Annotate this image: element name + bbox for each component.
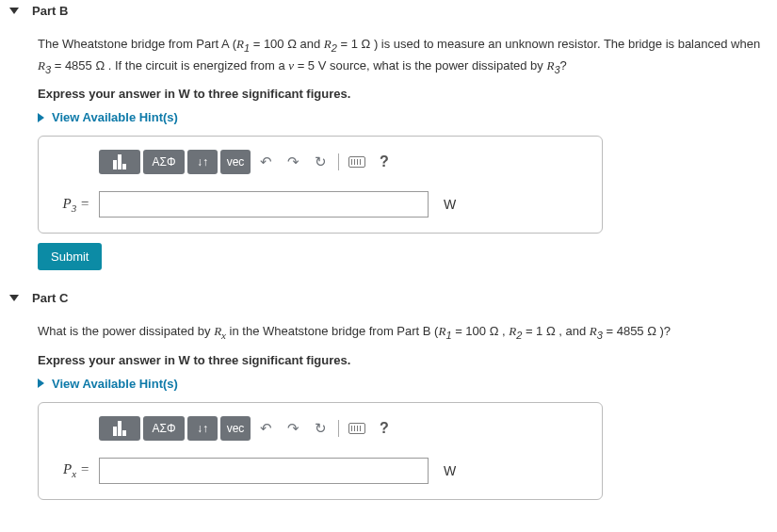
reset-button[interactable]: ↻ bbox=[308, 416, 332, 441]
part-c-body: What is the power dissipated by Rx in th… bbox=[0, 311, 777, 500]
redo-button[interactable]: ↷ bbox=[281, 150, 305, 174]
help-button[interactable]: ? bbox=[372, 416, 397, 441]
part-b-body: The Wheatstone bridge from Part A (R1 = … bbox=[0, 24, 777, 270]
caret-right-icon bbox=[38, 379, 44, 388]
part-b-title: Part B bbox=[32, 4, 68, 18]
part-c-instruction: Express your answer in W to three signif… bbox=[38, 353, 768, 367]
undo-button[interactable]: ↶ bbox=[253, 150, 278, 174]
part-b: Part B The Wheatstone bridge from Part A… bbox=[0, 0, 777, 270]
part-c-prompt: What is the power dissipated by Rx in th… bbox=[38, 322, 768, 344]
view-hints-c[interactable]: View Available Hint(s) bbox=[38, 377, 768, 391]
part-b-header[interactable]: Part B bbox=[0, 0, 777, 24]
keyboard-button[interactable] bbox=[345, 416, 369, 441]
view-hints-label: View Available Hint(s) bbox=[52, 110, 178, 124]
view-hints-label: View Available Hint(s) bbox=[52, 377, 178, 391]
submit-button-b[interactable]: Submit bbox=[38, 243, 102, 270]
answer-box-b: ΑΣΦ ↓↑ vec ↶ ↷ ↻ ? P3 = W bbox=[38, 136, 603, 234]
template-button[interactable] bbox=[99, 150, 140, 174]
answer-input-px[interactable] bbox=[99, 458, 429, 484]
subsup-button[interactable]: ↓↑ bbox=[187, 150, 218, 174]
part-c: Part C What is the power dissipated by R… bbox=[0, 287, 777, 500]
caret-down-icon bbox=[9, 295, 19, 301]
input-row-c: Px = W bbox=[54, 458, 587, 484]
vec-button[interactable]: vec bbox=[220, 150, 251, 174]
template-icon bbox=[113, 421, 126, 436]
input-row-b: P3 = W bbox=[54, 191, 587, 218]
answer-box-c: ΑΣΦ ↓↑ vec ↶ ↷ ↻ ? Px = W bbox=[38, 402, 603, 500]
part-c-title: Part C bbox=[32, 291, 68, 305]
vec-button[interactable]: vec bbox=[220, 416, 251, 441]
template-icon bbox=[113, 154, 126, 169]
view-hints-b[interactable]: View Available Hint(s) bbox=[38, 110, 768, 124]
undo-button[interactable]: ↶ bbox=[253, 416, 278, 441]
greek-button[interactable]: ΑΣΦ bbox=[143, 416, 185, 441]
keyboard-icon bbox=[348, 423, 365, 434]
part-b-instruction: Express your answer in W to three signif… bbox=[38, 87, 768, 101]
var-label-px: Px = bbox=[54, 461, 89, 479]
toolbar-divider bbox=[338, 420, 339, 437]
caret-right-icon bbox=[38, 113, 44, 122]
caret-down-icon bbox=[9, 8, 19, 14]
template-button[interactable] bbox=[99, 416, 140, 441]
part-c-header[interactable]: Part C bbox=[0, 287, 777, 311]
unit-c: W bbox=[444, 463, 456, 478]
reset-button[interactable]: ↻ bbox=[308, 150, 332, 174]
subsup-button[interactable]: ↓↑ bbox=[187, 416, 218, 441]
unit-b: W bbox=[444, 197, 456, 212]
help-button[interactable]: ? bbox=[372, 150, 397, 174]
var-label-p3: P3 = bbox=[54, 196, 89, 214]
greek-button[interactable]: ΑΣΦ bbox=[143, 150, 185, 174]
toolbar-divider bbox=[338, 153, 339, 170]
part-b-prompt: The Wheatstone bridge from Part A (R1 = … bbox=[38, 35, 768, 77]
toolbar-c: ΑΣΦ ↓↑ vec ↶ ↷ ↻ ? bbox=[99, 416, 587, 441]
keyboard-icon bbox=[348, 156, 365, 168]
toolbar-b: ΑΣΦ ↓↑ vec ↶ ↷ ↻ ? bbox=[99, 150, 587, 174]
redo-button[interactable]: ↷ bbox=[281, 416, 305, 441]
answer-input-p3[interactable] bbox=[99, 191, 429, 218]
keyboard-button[interactable] bbox=[345, 150, 369, 174]
